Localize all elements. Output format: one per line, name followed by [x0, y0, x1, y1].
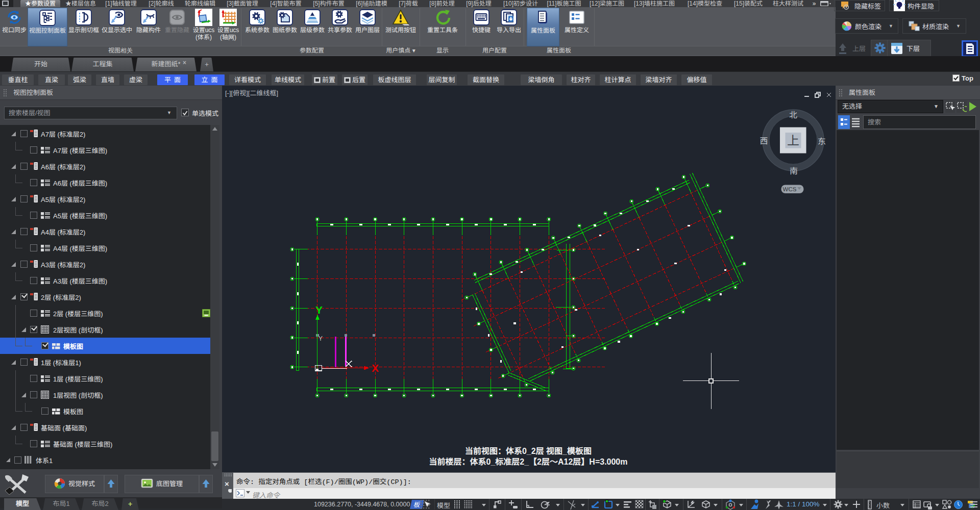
svg-text:西: 西 — [760, 137, 768, 145]
svg-text:北: 北 — [789, 111, 797, 119]
svg-text:当前视图：体系0_2层 视图_模板图: 当前视图：体系0_2层 视图_模板图 — [465, 447, 592, 455]
svg-text:[-][俯视][二维线框]: [-][俯视][二维线框] — [225, 89, 278, 97]
svg-text:南: 南 — [790, 167, 798, 175]
svg-text:WCS: WCS — [783, 186, 797, 192]
svg-text:上: 上 — [787, 134, 799, 147]
svg-text:当前楼层：体系0_标准层2_【2层～A12层】H=3.000: 当前楼层：体系0_标准层2_【2层～A12层】H=3.000m — [429, 457, 627, 466]
svg-text:X: X — [372, 362, 379, 374]
svg-text:Y: Y — [318, 335, 323, 342]
svg-text:东: 东 — [818, 137, 826, 146]
svg-text:Y: Y — [315, 304, 323, 316]
